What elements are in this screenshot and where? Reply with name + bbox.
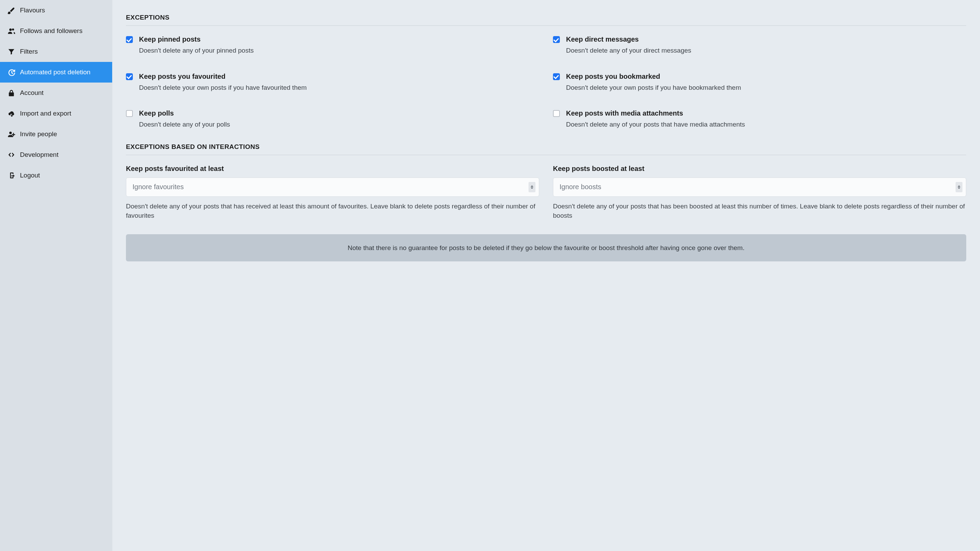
checkbox-keep-polls[interactable]: [126, 110, 133, 117]
option-label: Keep direct messages: [566, 35, 966, 43]
option-label: Keep posts you bookmarked: [566, 73, 966, 81]
history-icon: [8, 68, 15, 76]
sidebar-item-logout[interactable]: Logout: [0, 165, 112, 186]
lock-icon: [8, 89, 15, 97]
interactions-grid: Keep posts favourited at leastIgnore fav…: [126, 165, 966, 221]
select-value: Ignore boosts: [560, 183, 601, 191]
cloud-download-icon: [8, 110, 15, 117]
sidebar-item-importexport[interactable]: Import and export: [0, 103, 112, 124]
sidebar: FlavoursFollows and followersFiltersAuto…: [0, 0, 112, 551]
sidebar-item-account[interactable]: Account: [0, 83, 112, 103]
checkbox-keep-dms[interactable]: [553, 36, 560, 43]
option-keep-pinned: Keep pinned postsDoesn't delete any of y…: [126, 35, 539, 56]
select-group-min-favs: Keep posts favourited at leastIgnore fav…: [126, 165, 539, 221]
sidebar-item-development[interactable]: Development: [0, 144, 112, 165]
sidebar-item-label: Logout: [20, 171, 40, 179]
interactions-heading: EXCEPTIONS BASED ON INTERACTIONS: [126, 143, 966, 151]
option-keep-fav: Keep posts you favouritedDoesn't delete …: [126, 73, 539, 92]
paintbrush-icon: [8, 6, 15, 14]
select-label: Keep posts boosted at least: [553, 165, 966, 173]
sidebar-item-label: Filters: [20, 48, 38, 56]
checkbox-keep-media[interactable]: [553, 110, 560, 117]
sidebar-item-label: Flavours: [20, 6, 45, 14]
chevron-updown-icon: [528, 182, 535, 192]
users-icon: [8, 27, 15, 35]
checkbox-keep-bookmarked[interactable]: [553, 73, 560, 80]
sidebar-item-filters[interactable]: Filters: [0, 41, 112, 62]
option-label: Keep polls: [139, 110, 539, 117]
option-label: Keep posts you favourited: [139, 73, 539, 81]
option-help: Doesn't delete any of your posts that ha…: [566, 120, 966, 129]
main-content: EXCEPTIONS Keep pinned postsDoesn't dele…: [112, 0, 980, 551]
option-help: Doesn't delete any of your polls: [139, 120, 539, 129]
sidebar-item-flavours[interactable]: Flavours: [0, 0, 112, 21]
option-keep-dms: Keep direct messagesDoesn't delete any o…: [553, 35, 966, 56]
option-keep-bookmarked: Keep posts you bookmarkedDoesn't delete …: [553, 73, 966, 92]
option-help: Doesn't delete any of your pinned posts: [139, 46, 539, 56]
sidebar-item-follows[interactable]: Follows and followers: [0, 21, 112, 41]
user-plus-icon: [8, 130, 15, 138]
sidebar-item-label: Import and export: [20, 110, 71, 117]
option-help: Doesn't delete your own posts if you hav…: [139, 83, 539, 92]
sidebar-item-label: Invite people: [20, 130, 57, 138]
sidebar-item-autodelete[interactable]: Automated post deletion: [0, 62, 112, 83]
select-label: Keep posts favourited at least: [126, 165, 539, 173]
select-group-min-boosts: Keep posts boosted at leastIgnore boosts…: [553, 165, 966, 221]
option-label: Keep pinned posts: [139, 35, 539, 43]
sidebar-item-invite[interactable]: Invite people: [0, 124, 112, 144]
chevron-updown-icon: [956, 182, 963, 192]
option-label: Keep posts with media attachments: [566, 110, 966, 117]
option-help: Doesn't delete any of your direct messag…: [566, 46, 966, 56]
exceptions-grid: Keep pinned postsDoesn't delete any of y…: [126, 35, 966, 129]
filter-icon: [8, 48, 15, 56]
checkbox-keep-pinned[interactable]: [126, 36, 133, 43]
option-keep-media: Keep posts with media attachmentsDoesn't…: [553, 110, 966, 129]
select-min-favs[interactable]: Ignore favourites: [126, 178, 539, 197]
select-value: Ignore favourites: [132, 183, 184, 191]
select-min-boosts[interactable]: Ignore boosts: [553, 178, 966, 197]
sign-out-icon: [8, 171, 15, 179]
option-help: Doesn't delete your own posts if you hav…: [566, 83, 966, 92]
threshold-note: Note that there is no guarantee for post…: [126, 234, 966, 262]
code-icon: [8, 151, 15, 159]
sidebar-item-label: Automated post deletion: [20, 68, 91, 76]
select-help: Doesn't delete any of your posts that ha…: [126, 202, 539, 221]
divider: [126, 155, 966, 155]
option-keep-polls: Keep pollsDoesn't delete any of your pol…: [126, 110, 539, 129]
sidebar-item-label: Account: [20, 89, 44, 97]
select-help: Doesn't delete any of your posts that ha…: [553, 202, 966, 221]
checkbox-keep-fav[interactable]: [126, 73, 133, 80]
exceptions-heading: EXCEPTIONS: [126, 14, 966, 21]
sidebar-item-label: Follows and followers: [20, 27, 83, 35]
sidebar-item-label: Development: [20, 151, 59, 159]
divider: [126, 25, 966, 26]
